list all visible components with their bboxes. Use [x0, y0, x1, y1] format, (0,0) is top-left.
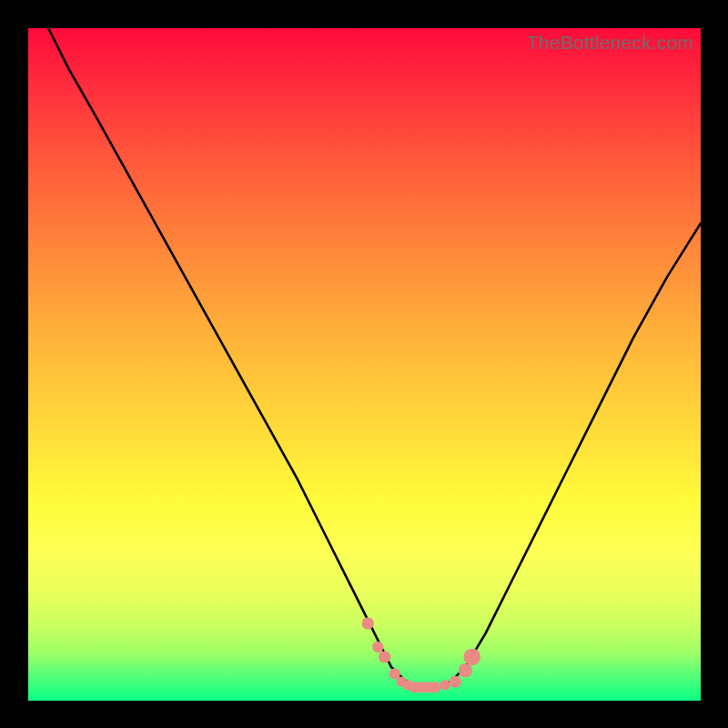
dip-marker	[450, 676, 461, 688]
dip-marker	[440, 681, 450, 691]
chart-frame: TheBottleneck.com	[0, 0, 728, 728]
bottleneck-curve-path	[48, 28, 701, 687]
dip-marker	[464, 649, 480, 665]
dip-marker	[430, 682, 440, 693]
dip-marker	[362, 618, 374, 630]
chart-plot-area: TheBottleneck.com	[28, 28, 701, 701]
dip-marker	[372, 642, 383, 652]
dip-marker	[459, 663, 472, 677]
dip-marker	[379, 651, 390, 662]
bottleneck-curve	[28, 28, 701, 701]
